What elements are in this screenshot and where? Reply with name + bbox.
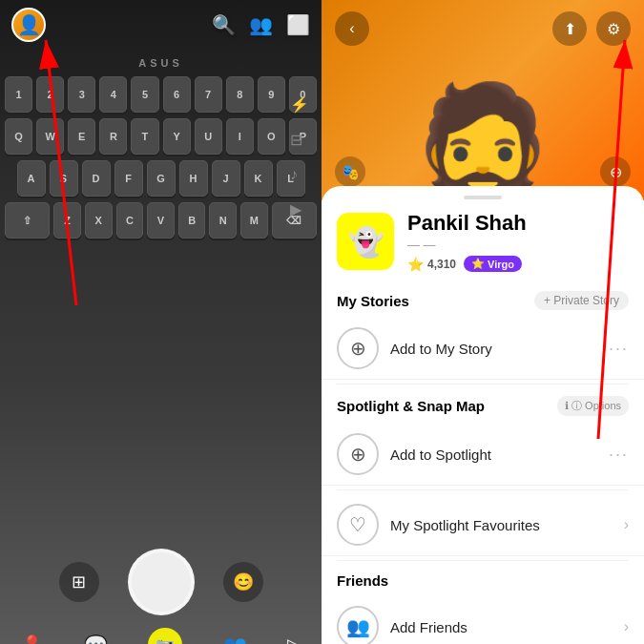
key-b[interactable]: B — [178, 202, 206, 239]
key-shift[interactable]: ⇧ — [5, 202, 50, 239]
camera-top-bar: 👤 🔍 👥 ⬜ — [0, 0, 322, 50]
spotlight-circle-icon: ⊕ — [350, 443, 366, 466]
sticker-icon[interactable]: 🎭 — [335, 156, 365, 187]
add-friends-label: Add Friends — [390, 619, 624, 635]
heart-icon: ♡ — [349, 513, 366, 536]
key-3[interactable]: 3 — [68, 76, 95, 113]
key-5[interactable]: 5 — [131, 76, 158, 113]
top-right-icons: 🔍 👥 ⬜ — [212, 13, 310, 36]
share-button[interactable]: ⬆ — [552, 11, 587, 46]
key-9[interactable]: 9 — [258, 76, 285, 113]
my-story-more-icon[interactable]: ··· — [609, 339, 629, 359]
key-row-qwerty: Q W E R T Y U I O P — [5, 118, 317, 155]
location-icon[interactable]: 📍 — [20, 634, 44, 644]
key-t[interactable]: T — [131, 118, 158, 155]
my-stories-title: My Stories — [337, 293, 409, 309]
key-h[interactable]: H — [179, 160, 208, 197]
avatar[interactable]: 👤 — [11, 8, 46, 42]
add-to-my-story-item[interactable]: ⊕ Add to My Story ··· — [322, 318, 644, 380]
key-v[interactable]: V — [147, 202, 175, 239]
face-filter-button[interactable]: 😊 — [223, 562, 263, 602]
snap-score-badge: ⭐ 4,310 — [407, 257, 456, 272]
key-j[interactable]: J — [212, 160, 240, 197]
key-x[interactable]: X — [85, 202, 113, 239]
spotlight-icon: ⊕ — [337, 433, 379, 475]
info-icon: ℹ — [565, 400, 569, 412]
key-a[interactable]: A — [17, 160, 46, 197]
friends-section-header: Friends — [322, 565, 644, 594]
key-i[interactable]: I — [226, 118, 254, 155]
heart-icon-container: ♡ — [337, 504, 379, 546]
add-to-spotlight-item[interactable]: ⊕ Add to Spotlight ··· — [322, 424, 644, 486]
camera-icon[interactable]: 📷 — [148, 628, 182, 644]
add-friends-icon: 👥 — [346, 615, 370, 638]
snap-score-value: 4,310 — [427, 258, 456, 271]
settings-icon: ⚙ — [607, 20, 620, 38]
profile-info: 👻 Pankil Shah — — ⭐ 4,310 ⭐ Virgo — [322, 211, 644, 283]
sheet-handle — [464, 196, 502, 199]
key-o[interactable]: O — [258, 118, 285, 155]
zodiac-badge: ⭐ Virgo — [464, 256, 522, 272]
my-stories-section-header: My Stories + Private Story — [322, 283, 644, 316]
key-2[interactable]: 2 — [36, 76, 64, 113]
key-row-numbers: 1 2 3 4 5 6 7 8 9 0 — [5, 76, 317, 113]
back-button[interactable]: ‹ — [335, 11, 369, 46]
chat-icon[interactable]: 💬 — [84, 634, 108, 644]
add-friend-icon[interactable]: 👥 — [249, 13, 273, 36]
key-c[interactable]: C — [116, 202, 144, 239]
key-row-asdf: A S D F G H J K L — [5, 160, 317, 197]
key-q[interactable]: Q — [5, 118, 32, 155]
camera-bottom-bar: ⊞ 😊 📍 💬 📷 👥 ▷ — [0, 539, 322, 644]
profile-username: — — — [407, 238, 527, 252]
spotlight-title: Spotlight & Snap Map — [337, 398, 485, 414]
play-icon[interactable]: ▷ — [287, 634, 301, 644]
spotlight-favourites-label: My Spotlight Favourites — [390, 517, 624, 533]
options-label: ⓘ Options — [571, 399, 621, 413]
key-row-zxcv: ⇧ Z X C V B N M ⌫ — [5, 202, 317, 239]
gallery-button[interactable]: ⊞ — [59, 562, 99, 602]
save-icon[interactable]: ⊕ — [600, 156, 631, 187]
key-4[interactable]: 4 — [99, 76, 127, 113]
key-d[interactable]: D — [82, 160, 111, 197]
smiley-icon: 😊 — [233, 571, 254, 592]
profile-header: ‹ ⬆ ⚙ 🧔 🎭 ⊕ — [322, 0, 644, 200]
profile-badges: ⭐ 4,310 ⭐ Virgo — [407, 256, 527, 272]
key-7[interactable]: 7 — [195, 76, 222, 113]
key-z[interactable]: Z — [53, 202, 81, 239]
friends-icon[interactable]: 👥 — [223, 634, 247, 644]
add-friends-item[interactable]: 👥 Add Friends › — [322, 596, 644, 644]
search-icon[interactable]: 🔍 — [212, 13, 236, 36]
settings-button[interactable]: ⚙ — [596, 11, 631, 46]
spotlight-more-icon[interactable]: ··· — [609, 445, 629, 465]
key-g[interactable]: G — [147, 160, 176, 197]
private-story-button[interactable]: + Private Story — [534, 291, 629, 310]
key-w[interactable]: W — [36, 118, 64, 155]
save-icon-glyph: ⊕ — [610, 163, 622, 181]
key-s[interactable]: S — [50, 160, 78, 197]
share-icon: ⬆ — [564, 20, 576, 38]
keyboard-area: ASUS 1 2 3 4 5 6 7 8 9 0 Q W E R T Y U I… — [5, 57, 317, 530]
zodiac-icon: ⭐ — [471, 258, 485, 270]
add-friends-icon-container: 👥 — [337, 606, 379, 644]
key-1[interactable]: 1 — [5, 76, 32, 113]
friends-title: Friends — [337, 572, 388, 589]
key-u[interactable]: U — [195, 118, 222, 155]
camera-screen: ASUS 1 2 3 4 5 6 7 8 9 0 Q W E R T Y U I… — [0, 0, 322, 644]
key-e[interactable]: E — [68, 118, 95, 155]
key-n[interactable]: N — [209, 202, 237, 239]
options-button[interactable]: ℹ ⓘ Options — [557, 396, 629, 416]
key-r[interactable]: R — [99, 118, 127, 155]
key-k[interactable]: K — [244, 160, 273, 197]
key-y[interactable]: Y — [163, 118, 191, 155]
spotlight-favourites-item[interactable]: ♡ My Spotlight Favourites › — [322, 494, 644, 556]
sticker-icon-glyph: 🎭 — [341, 163, 360, 181]
circle-plus-icon: ⊕ — [350, 337, 366, 360]
divider-2 — [337, 489, 629, 490]
key-8[interactable]: 8 — [226, 76, 254, 113]
shutter-button[interactable] — [128, 549, 195, 615]
key-f[interactable]: F — [114, 160, 143, 197]
gallery-icon: ⊞ — [72, 571, 86, 592]
key-6[interactable]: 6 — [163, 76, 191, 113]
key-m[interactable]: M — [240, 202, 268, 239]
snapchat-icon[interactable]: ⬜ — [286, 13, 310, 36]
